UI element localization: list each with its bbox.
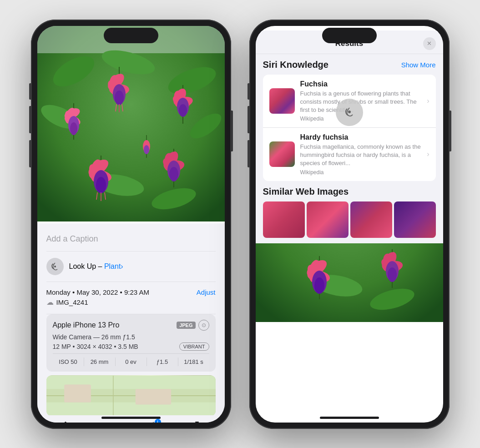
svg-point-105 [314, 277, 324, 294]
cloud-icon: ☁ [46, 298, 54, 307]
caption-placeholder: Add a Caption [46, 234, 98, 243]
volume-down-button-right [248, 140, 249, 167]
focal-value: 26 mm [84, 357, 116, 366]
mp-text: 12 MP • 3024 × 4032 • 3.5 MB [53, 343, 138, 350]
show-more-button[interactable]: Show More [401, 61, 436, 69]
date-row: Monday • May 30, 2022 • 9:23 AM Adjust ☁… [46, 282, 216, 314]
map-preview[interactable] [46, 375, 216, 416]
svg-rect-1 [37, 26, 225, 53]
photo-image[interactable] [37, 26, 225, 223]
filename-text: IMG_4241 [56, 298, 88, 306]
similar-image-1[interactable] [263, 201, 305, 238]
svg-point-49 [169, 167, 178, 181]
hardy-fuchsia-name: Hardy fuchsia [300, 133, 422, 141]
phones-container: Add a Caption Look Up – Plant› [31, 20, 450, 429]
home-indicator [101, 417, 161, 419]
home-indicator-right [320, 417, 379, 419]
siri-knowledge-header: Siri Knowledge Show More [263, 60, 436, 70]
camera-card: Apple iPhone 13 Pro JPEG ⊙ Wide Camera —… [46, 314, 216, 372]
chevron-icon: › [427, 97, 429, 105]
svg-point-53 [54, 266, 56, 267]
hardy-fuchsia-thumbnail [269, 141, 295, 167]
volume-up-button [29, 106, 31, 133]
fuchsia-name: Fuchsia [300, 80, 422, 88]
left-phone-screen: Add a Caption Look Up – Plant› [37, 26, 225, 423]
aperture-value: ƒ1.5 [147, 357, 178, 366]
vibrant-badge: VIBRANT [179, 342, 209, 351]
lookup-icon [46, 258, 64, 275]
hardy-fuchsia-source: Wikipedia [300, 169, 422, 176]
chevron-icon-2: › [427, 150, 429, 158]
caption-field[interactable]: Add a Caption [46, 230, 216, 252]
favorite-button[interactable] [104, 421, 115, 423]
right-phone-screen: Results ✕ Siri Knowledge Show More [256, 26, 443, 423]
similar-images-grid [263, 201, 436, 238]
svg-rect-59 [135, 389, 171, 404]
delete-button[interactable] [192, 421, 202, 423]
fuchsia-thumbnail [269, 88, 295, 114]
power-button [231, 111, 233, 151]
knowledge-item-hardy-fuchsia[interactable]: Hardy fuchsia Fuchsia magellanica, commo… [263, 128, 436, 181]
similar-image-2[interactable] [307, 201, 349, 238]
jpeg-badge: JPEG [177, 322, 195, 329]
svg-point-25 [70, 122, 77, 135]
similar-image-3[interactable] [350, 201, 392, 238]
lookup-row[interactable]: Look Up – Plant› [46, 252, 216, 282]
svg-point-15 [115, 91, 124, 105]
iso-value: ISO 50 [53, 357, 84, 366]
similar-images-title: Similar Web Images [263, 186, 436, 197]
lens-detail: Wide Camera — 26 mm ƒ1.5 [53, 333, 209, 341]
siri-knowledge-title: Siri Knowledge [263, 60, 328, 70]
similar-web-images-section: Similar Web Images [263, 186, 436, 238]
hardy-fuchsia-description: Fuchsia magellanica, commonly known as t… [300, 143, 422, 168]
knowledge-card: Fuchsia Fuchsia is a genus of flowering … [263, 75, 436, 181]
volume-up-button-right [248, 106, 249, 133]
shutter-value: 1/181 s [178, 357, 209, 366]
ev-value: 0 ev [116, 357, 147, 366]
svg-point-113 [348, 111, 351, 113]
volume-down-button [29, 140, 31, 167]
camera-name: Apple iPhone 13 Pro [53, 321, 120, 329]
similar-image-4[interactable] [394, 201, 436, 238]
right-phone: Results ✕ Siri Knowledge Show More [249, 20, 450, 429]
svg-point-39 [96, 177, 106, 193]
svg-rect-58 [64, 384, 91, 402]
drag-handle[interactable] [340, 30, 359, 33]
mute-button-right [248, 83, 249, 100]
exif-row: ISO 50 26 mm 0 ev ƒ1.5 1/181 s [53, 353, 209, 366]
svg-point-112 [388, 267, 397, 282]
location-icon: ⊙ [198, 320, 209, 331]
mute-button [29, 83, 31, 100]
svg-point-52 [144, 145, 149, 154]
date-text: Monday • May 30, 2022 • 9:23 AM [46, 288, 149, 296]
hardy-fuchsia-info: Hardy fuchsia Fuchsia magellanica, commo… [300, 133, 422, 176]
results-title: Results [276, 39, 423, 48]
info-button[interactable]: i [147, 421, 159, 423]
info-badge: i [155, 419, 161, 423]
adjust-button[interactable]: Adjust [197, 288, 216, 296]
results-panel: Results ✕ Siri Knowledge Show More [256, 30, 443, 243]
lookup-label: Look Up – Plant› [69, 262, 123, 271]
left-phone: Add a Caption Look Up – Plant› [31, 20, 231, 429]
power-button-right [450, 111, 451, 151]
page-dot-indicator [348, 412, 351, 415]
results-header: Results ✕ [256, 33, 443, 54]
share-button[interactable] [60, 421, 71, 423]
svg-point-32 [179, 104, 187, 117]
results-content: Siri Knowledge Show More Fuchsia Fuchsia… [256, 54, 443, 243]
close-button[interactable]: ✕ [423, 37, 436, 50]
visual-search-button[interactable] [336, 99, 363, 126]
